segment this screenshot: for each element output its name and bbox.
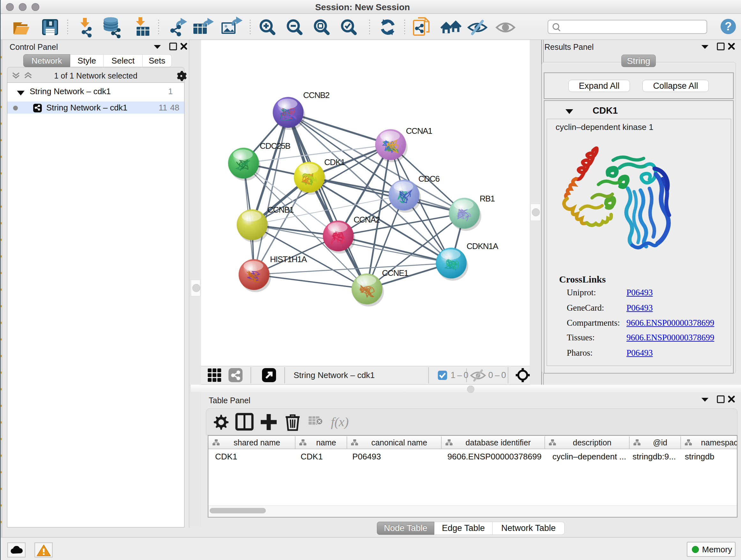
svg-text:namespace: namespace (701, 438, 737, 447)
svg-text:@id: @id (653, 438, 667, 447)
svg-text:P06493: P06493 (352, 452, 381, 461)
svg-text:CCNA2: CCNA2 (354, 215, 380, 225)
svg-text:name: name (316, 438, 336, 447)
svg-text:CDK1: CDK1 (215, 452, 237, 461)
svg-text:0 – 0: 0 – 0 (488, 370, 506, 380)
svg-text:CDK1: CDK1 (324, 158, 345, 167)
svg-text:9606.ENSP00000378699: 9606.ENSP00000378699 (448, 452, 542, 461)
svg-text:canonical name: canonical name (371, 438, 427, 447)
svg-text:CCNB1: CCNB1 (267, 205, 294, 214)
svg-text:CDKN1A: CDKN1A (467, 241, 498, 251)
svg-text:CCNB2: CCNB2 (303, 90, 330, 100)
svg-text:description: description (573, 438, 611, 447)
svg-text:CCNA1: CCNA1 (406, 126, 432, 136)
svg-text:shared name: shared name (233, 438, 280, 447)
svg-text:1 – 0: 1 – 0 (451, 370, 468, 380)
svg-text:f(x): f(x) (331, 415, 349, 429)
svg-text:database identifier: database identifier (466, 438, 531, 447)
svg-text:CDK1: CDK1 (300, 452, 323, 461)
svg-text:HIST1H1A: HIST1H1A (270, 254, 307, 264)
svg-text:RB1: RB1 (480, 194, 495, 203)
svg-text:cyclin–dependent ...: cyclin–dependent ... (552, 452, 626, 461)
svg-text:CCNE1: CCNE1 (382, 268, 408, 278)
svg-text:?: ? (725, 20, 732, 33)
svg-text:CDC25B: CDC25B (260, 141, 290, 151)
svg-text:CDC6: CDC6 (418, 174, 440, 184)
svg-text:stringdb: stringdb (685, 452, 715, 461)
svg-text:String Network – cdk1: String Network – cdk1 (293, 370, 375, 380)
svg-text:stringdb:9...: stringdb:9... (632, 452, 676, 461)
